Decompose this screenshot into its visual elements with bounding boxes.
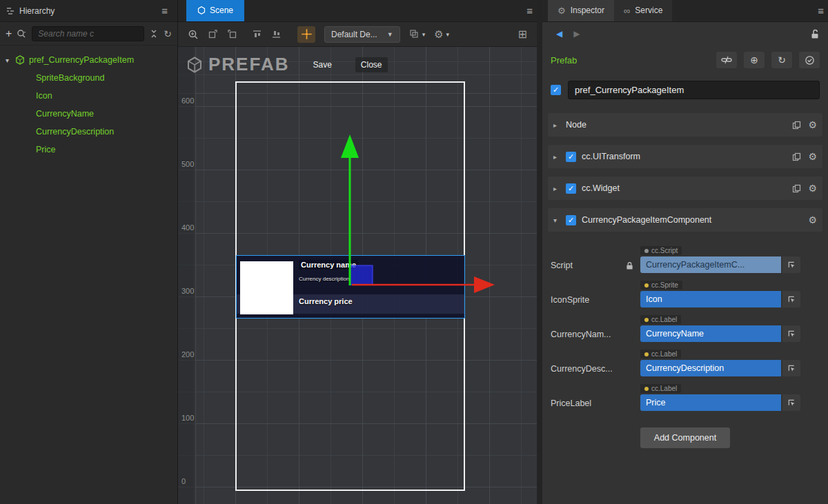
paste-values-icon[interactable]: [792, 152, 801, 161]
currency-description-label[interactable]: Currency description: [299, 276, 349, 282]
inspector-nav-row: ◀ ▶: [542, 22, 828, 46]
prefab-save-button[interactable]: Save: [307, 57, 337, 72]
tree-node-label: CurrencyName: [36, 109, 94, 119]
scene-panel: Scene ≡ Default D: [178, 0, 537, 504]
gizmo-toggle-button[interactable]: [297, 26, 315, 43]
inspector-menu-icon[interactable]: ≡: [814, 5, 828, 17]
ref-picker-button[interactable]: [782, 291, 800, 308]
ruler-label: 100: [181, 414, 194, 422]
node-active-checkbox[interactable]: ✓: [551, 85, 561, 95]
section-gear-icon[interactable]: ⚙: [808, 183, 817, 194]
ref-picker-button[interactable]: [782, 256, 800, 273]
currencyname-ref-field[interactable]: CurrencyName: [640, 325, 781, 342]
frame-selection-icon[interactable]: [208, 29, 218, 39]
inspector-panel: ⚙ Inspector ∞ Service ≡ ◀ ▶ Prefab ⊕: [542, 0, 828, 504]
pricelabel-ref-field[interactable]: Price: [640, 394, 781, 411]
prop-label: IconSprite: [551, 295, 589, 305]
chevron-right-icon[interactable]: ▸: [553, 121, 560, 129]
type-chip: cc.Sprite: [640, 281, 682, 290]
tab-inspector[interactable]: ⚙ Inspector: [548, 0, 614, 21]
apply-prefab-button[interactable]: [799, 52, 820, 68]
inspector-tab-icon: ⚙: [558, 6, 566, 16]
ruler-label: 500: [181, 160, 194, 168]
currency-price-label[interactable]: Currency price: [299, 297, 353, 305]
tree-node-price[interactable]: Price: [0, 141, 177, 159]
tab-service[interactable]: ∞ Service: [614, 0, 672, 21]
history-back-button[interactable]: ◀: [551, 29, 568, 39]
locate-asset-button[interactable]: ⊕: [744, 52, 765, 68]
revert-prefab-button[interactable]: ↻: [771, 52, 792, 68]
component-enabled-checkbox[interactable]: ✓: [566, 152, 576, 162]
ref-picker-button[interactable]: [782, 360, 800, 376]
scene-settings-gear-icon[interactable]: ⚙▾: [434, 28, 449, 41]
ruler-label: 400: [181, 223, 194, 232]
add-component-button[interactable]: Add Component: [640, 427, 730, 448]
chevron-down-icon[interactable]: ▾: [6, 57, 15, 64]
component-enabled-checkbox[interactable]: ✓: [566, 215, 576, 225]
tab-scene[interactable]: Scene: [186, 0, 244, 21]
scene-canvas[interactable]: 600 500 400 300 200 100 0 PREFAB Save Cl…: [178, 47, 537, 504]
tree-node-currencyname[interactable]: CurrencyName: [0, 105, 177, 123]
sprite-background[interactable]: [240, 261, 293, 314]
chevron-down-icon: ▼: [387, 31, 393, 38]
type-chip: cc.Label: [640, 350, 681, 359]
align-top-icon[interactable]: [252, 29, 262, 39]
reset-view-icon[interactable]: [227, 29, 237, 39]
ref-picker-button[interactable]: [782, 394, 800, 411]
section-uitransform[interactable]: ▸ ✓ cc.UITransform ⚙: [548, 145, 822, 168]
collapse-all-icon[interactable]: [149, 29, 159, 39]
x-axis-arrowhead[interactable]: [474, 276, 495, 293]
type-chip: cc.Label: [640, 384, 681, 393]
unlink-prefab-button[interactable]: [716, 52, 737, 68]
component-enabled-checkbox[interactable]: ✓: [566, 183, 576, 194]
scene-menu-icon[interactable]: ≡: [522, 5, 537, 17]
xy-plane-handle[interactable]: [350, 265, 373, 285]
unlock-icon[interactable]: [811, 29, 820, 39]
section-widget[interactable]: ▸ ✓ cc.Widget ⚙: [548, 177, 822, 200]
align-bottom-icon[interactable]: [271, 29, 282, 39]
chevron-down-icon[interactable]: ▾: [553, 216, 560, 224]
layout-dropdown-icon[interactable]: ▾: [409, 29, 426, 39]
type-dot-icon: [644, 283, 649, 288]
panel-splitter[interactable]: [537, 0, 542, 504]
section-title: cc.Widget: [582, 183, 620, 193]
zoom-icon[interactable]: [188, 29, 199, 40]
section-gear-icon[interactable]: ⚙: [808, 151, 817, 162]
prop-currencydescription: CurrencyDesc... cc.Label CurrencyDescrip…: [551, 342, 820, 376]
node-name-row: ✓: [542, 74, 828, 105]
add-node-button[interactable]: +: [6, 28, 12, 40]
ref-picker-button[interactable]: [782, 325, 800, 342]
tree-node-icon[interactable]: Icon: [0, 87, 177, 105]
tree-node-root[interactable]: ▾ pref_CurrencyPackageItem: [0, 51, 177, 69]
tree-node-spritebackground[interactable]: SpriteBackground: [0, 69, 177, 87]
hierarchy-menu-icon[interactable]: ≡: [157, 5, 172, 17]
scene-ruler: 600 500 400 300 200 100 0: [178, 47, 196, 504]
search-filter-icon[interactable]: [17, 29, 27, 39]
tree-node-currencydescription[interactable]: CurrencyDescription: [0, 123, 177, 141]
currencydescription-ref-field[interactable]: CurrencyDescription: [640, 360, 781, 376]
paste-values-icon[interactable]: [792, 121, 801, 130]
type-dot-icon: [644, 249, 649, 253]
tree-node-label: CurrencyDescription: [36, 127, 114, 137]
node-name-input[interactable]: [568, 81, 820, 99]
device-dropdown[interactable]: Default De... ▼: [324, 26, 400, 43]
app-root: Hierarchy ≡ + ↻ ▾ pref_CurrencyPackageIt…: [0, 0, 828, 504]
grid-toggle-icon[interactable]: ⊞: [518, 28, 527, 41]
iconsprite-ref-field[interactable]: Icon: [640, 291, 781, 308]
inspector-tabbar: ⚙ Inspector ∞ Service ≡: [542, 0, 828, 22]
refresh-icon[interactable]: ↻: [164, 28, 172, 39]
search-input[interactable]: [32, 26, 144, 41]
component-properties: Script cc.Script CurrencyPackageItemC...…: [542, 232, 828, 411]
type-dot-icon: [644, 318, 649, 322]
script-ref-field[interactable]: CurrencyPackageItemC...: [640, 256, 781, 273]
type-chip: cc.Label: [640, 315, 681, 324]
section-currencypackageitemcomponent[interactable]: ▾ ✓ CurrencyPackageItemComponent ⚙: [548, 208, 822, 232]
paste-values-icon[interactable]: [792, 184, 801, 193]
chevron-right-icon[interactable]: ▸: [553, 185, 560, 192]
history-forward-button[interactable]: ▶: [568, 29, 585, 39]
section-gear-icon[interactable]: ⚙: [808, 214, 817, 225]
prefab-close-button[interactable]: Close: [355, 57, 388, 72]
section-gear-icon[interactable]: ⚙: [808, 119, 817, 130]
section-node[interactable]: ▸ Node ⚙: [548, 113, 822, 137]
chevron-right-icon[interactable]: ▸: [553, 153, 560, 161]
